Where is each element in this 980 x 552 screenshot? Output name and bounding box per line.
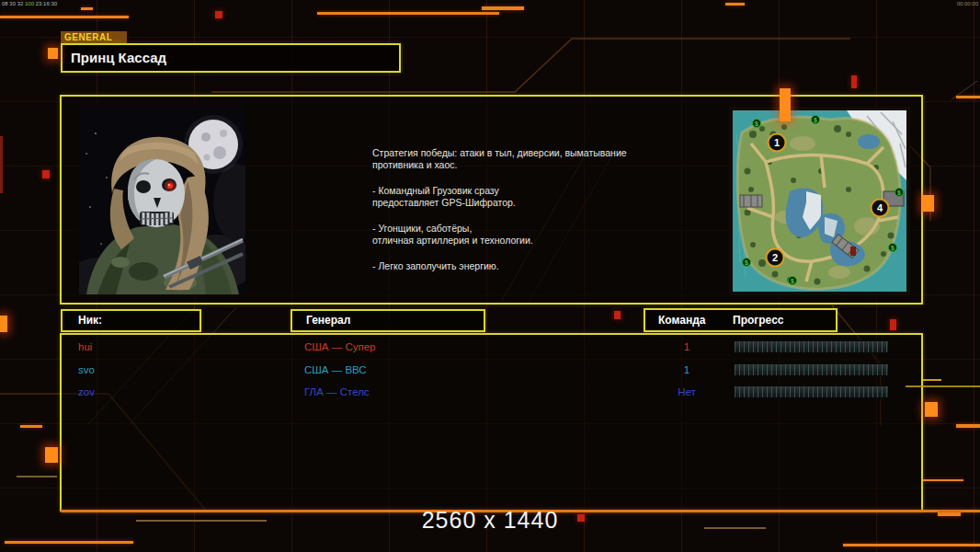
start-position-4: 4 bbox=[872, 200, 889, 217]
svg-text:$: $ bbox=[814, 117, 817, 124]
player-team: 1 bbox=[659, 337, 714, 357]
decor-red-bar bbox=[0, 136, 3, 193]
svg-text:$: $ bbox=[791, 278, 794, 285]
start-position-1: 1 bbox=[769, 134, 786, 152]
header-team-progress: Команда Прогресс bbox=[644, 308, 838, 332]
decor-bar bbox=[81, 7, 93, 10]
decor-glow-square bbox=[922, 195, 934, 212]
general-name: Принц Кассад bbox=[71, 50, 166, 65]
decor-red-square bbox=[890, 319, 896, 330]
svg-text:$: $ bbox=[891, 245, 895, 252]
svg-text:1: 1 bbox=[774, 137, 780, 148]
player-nick: hui bbox=[78, 337, 92, 357]
decor-bar bbox=[725, 3, 745, 6]
briefing-panel: Стратегия победы: атаки в тыл, диверсии,… bbox=[60, 95, 923, 305]
player-nick: zov bbox=[78, 382, 95, 402]
decor-bar bbox=[0, 16, 129, 18]
strategy-paragraph: - Командный Грузовик сразу предоставляет… bbox=[372, 185, 685, 209]
supply-icon: $ bbox=[895, 189, 904, 198]
svg-text:$: $ bbox=[897, 190, 901, 197]
svg-text:2: 2 bbox=[772, 252, 778, 263]
player-progress-bar bbox=[734, 385, 889, 398]
strategy-paragraph: - Угонщики, саботёры, отличная артиллери… bbox=[372, 223, 685, 247]
status-left-part1: 08 30 32 bbox=[2, 1, 23, 6]
player-row: zov ГЛА — Стелс Нет bbox=[62, 382, 917, 402]
decor-glow-square bbox=[925, 402, 938, 417]
decor-yellow-dash bbox=[923, 379, 941, 381]
header-nick: Ник: bbox=[61, 309, 201, 332]
status-text-right: 00:00:00 bbox=[957, 1, 978, 7]
decor-glow-square bbox=[0, 316, 7, 332]
decor-red-square bbox=[215, 11, 222, 18]
decor-bar bbox=[956, 424, 980, 428]
supply-icon: $ bbox=[812, 116, 820, 125]
player-row: hui США — Супер 1 bbox=[62, 337, 917, 357]
general-tag: GENERAL bbox=[61, 31, 127, 43]
player-team: Нет bbox=[659, 382, 714, 402]
header-team: Команда bbox=[658, 310, 705, 330]
decor-glow-square bbox=[48, 48, 58, 59]
decor-glow-square bbox=[45, 447, 58, 463]
supply-icon: $ bbox=[789, 277, 797, 286]
decor-red-square bbox=[42, 170, 50, 178]
player-general: США — ВВС bbox=[304, 360, 367, 380]
start-position-2: 2 bbox=[767, 249, 784, 267]
player-progress-bar bbox=[734, 363, 889, 376]
resolution-label: 2560 x 1440 bbox=[0, 507, 980, 534]
strategy-paragraph: - Легко заполучить энергию. bbox=[372, 260, 685, 272]
supply-icon: $ bbox=[889, 244, 897, 253]
player-progress-bar bbox=[734, 340, 889, 353]
general-portrait-image bbox=[79, 106, 245, 294]
header-general: Генерал bbox=[291, 309, 485, 332]
player-general: США — Супер bbox=[304, 337, 375, 357]
strategy-paragraph: Стратегия победы: атаки в тыл, диверсии,… bbox=[372, 147, 685, 171]
supply-icon: $ bbox=[753, 120, 761, 129]
decor-bar bbox=[20, 425, 42, 428]
lobby-screen: 08 30 32 100 23:16:30 00:00:00 GENERAL П… bbox=[0, 0, 980, 552]
decor-bar bbox=[923, 479, 963, 481]
player-team: 1 bbox=[659, 360, 714, 380]
players-panel: hui США — Супер 1 svo США — ВВС 1 zov ГЛ… bbox=[60, 333, 923, 512]
svg-text:$: $ bbox=[755, 121, 758, 128]
player-row: svo США — ВВС 1 bbox=[62, 360, 917, 380]
header-progress: Прогресс bbox=[733, 310, 783, 330]
decor-bar bbox=[843, 544, 980, 546]
decor-line bbox=[17, 476, 57, 477]
decor-bar bbox=[956, 96, 980, 98]
decor-bar bbox=[5, 541, 133, 544]
player-general: ГЛА — Стелс bbox=[304, 382, 370, 402]
decor-red-square bbox=[851, 75, 857, 88]
skull-mask bbox=[128, 159, 185, 227]
decor-bar bbox=[317, 12, 499, 15]
player-nick: svo bbox=[78, 360, 95, 380]
status-text-left: 08 30 32 100 23:16:30 bbox=[2, 1, 57, 7]
decor-bar bbox=[482, 6, 524, 10]
status-left-part2: 100 bbox=[25, 1, 34, 6]
strategy-text: Стратегия победы: атаки в тыл, диверсии,… bbox=[372, 147, 685, 286]
general-name-box: Принц Кассад bbox=[61, 43, 401, 73]
decor-red-square bbox=[614, 311, 621, 319]
map-preview-image: $ $ $ $ $ $ 1 2 4 bbox=[729, 107, 910, 295]
status-left-part3: 23:16:30 bbox=[36, 1, 57, 6]
svg-text:$: $ bbox=[745, 259, 748, 267]
svg-text:4: 4 bbox=[877, 202, 883, 213]
supply-icon: $ bbox=[743, 259, 751, 268]
